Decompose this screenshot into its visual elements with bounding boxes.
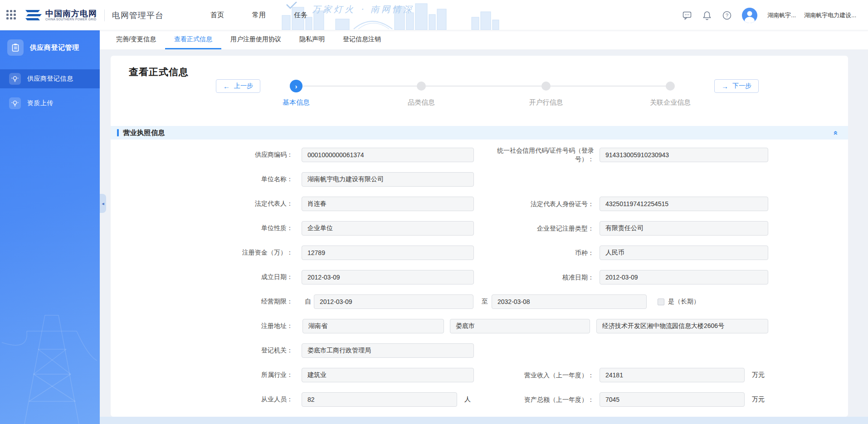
field-label: 登记机关：: [111, 347, 298, 355]
help-icon[interactable]: ?: [722, 10, 732, 20]
tab-privacy-statement[interactable]: 隐私声明: [290, 30, 334, 49]
collapse-section-icon[interactable]: «: [832, 130, 840, 135]
revenue-input[interactable]: [600, 368, 745, 382]
sidebar-item-label: 供应商登记信息: [27, 75, 73, 83]
user-name[interactable]: 湖南帆宇...: [767, 11, 796, 19]
step-label-category-info[interactable]: 品类信息: [380, 98, 462, 107]
credit-code-input[interactable]: [600, 148, 768, 162]
long-term-label: 是（长期）: [668, 298, 700, 306]
content-card: 查看正式信息 ← 上一步 › 基本信息 品类信息 开户行信息 关联企业信息 → …: [111, 56, 848, 417]
term-from-label: 自: [305, 298, 311, 306]
establishment-date-input[interactable]: [302, 270, 474, 284]
currency-input[interactable]: [600, 246, 768, 260]
field-label: 统一社会信用代码/证件号码（登录号）：: [479, 146, 600, 164]
revenue-unit: 万元: [752, 371, 765, 379]
field-label: 单位性质：: [111, 224, 298, 232]
next-step-label: 下一步: [732, 82, 751, 90]
form-row-business-term: 经营期限： 自 至 是（长期）: [111, 289, 848, 314]
chevron-right-icon: ›: [295, 82, 297, 90]
screen: 中国南方电网 CHINA SOUTHERN POWER GRID 电网管理平台 …: [0, 0, 868, 424]
section-title: 营业执照信息: [123, 129, 165, 137]
business-license-form: 供应商编码： 统一社会信用代码/证件号码（登录号）： 单位名称： 法定代表人：: [111, 143, 848, 412]
stepper-track: [296, 86, 670, 87]
header-nav: 首页 常用 任务: [210, 0, 308, 30]
step-label-bank-info[interactable]: 开户行信息: [505, 98, 587, 107]
app-grid-icon[interactable]: [6, 10, 17, 21]
employees-input[interactable]: [302, 392, 457, 407]
field-label: 所属行业：: [111, 371, 298, 379]
form-row: 单位性质： 企业登记注册类型：: [111, 216, 848, 241]
field-label: 营业收入（上一年度）：: [479, 371, 600, 380]
address-province-input[interactable]: [302, 319, 444, 333]
form-row: 从业人员： 人 资产总额（上一年度）： 万元: [111, 387, 848, 412]
message-icon[interactable]: [682, 10, 692, 20]
clipboard-icon: [7, 39, 24, 56]
employees-unit: 人: [464, 395, 471, 404]
tab-deregistration[interactable]: 登记信息注销: [334, 30, 390, 49]
main-content: 完善/变更信息 查看正式信息 用户注册使用协议 隐私声明 登记信息注销 查看正式…: [100, 30, 868, 424]
tab-view-formal-info[interactable]: 查看正式信息: [165, 30, 221, 49]
csg-logo: 中国南方电网 CHINA SOUTHERN POWER GRID: [24, 9, 97, 22]
field-label: 成立日期：: [111, 273, 298, 281]
unit-name-input[interactable]: [302, 172, 474, 187]
step-label-affiliate-info[interactable]: 关联企业信息: [629, 98, 711, 107]
registration-authority-input[interactable]: [302, 343, 474, 358]
step-label-basic-info[interactable]: 基本信息: [255, 98, 337, 107]
form-row: 登记机关：: [111, 338, 848, 363]
bottom-scroll-strip[interactable]: [100, 417, 868, 424]
field-label: 供应商编码：: [111, 151, 298, 159]
nav-item-home[interactable]: 首页: [210, 9, 225, 21]
form-row: 法定代表人： 法定代表人身份证号：: [111, 192, 848, 216]
section-business-license: 营业执照信息 «: [111, 126, 848, 140]
form-row: 注册资金（万）： 币种：: [111, 241, 848, 265]
approval-date-input[interactable]: [600, 270, 768, 284]
sidebar-item-registration-info[interactable]: 供应商登记信息: [0, 69, 100, 88]
total-assets-input[interactable]: [600, 392, 745, 407]
step-2-indicator[interactable]: [417, 82, 426, 91]
industry-input[interactable]: [302, 368, 474, 382]
legal-rep-id-input[interactable]: [600, 197, 768, 211]
previous-step-button[interactable]: ← 上一步: [216, 79, 260, 93]
address-detail-input[interactable]: [596, 319, 768, 333]
step-3-indicator[interactable]: [541, 82, 551, 91]
sidebar-item-label: 资质上传: [27, 99, 54, 107]
sidebar-item-qualification-upload[interactable]: 资质上传: [0, 94, 100, 113]
section-accent-bar: [117, 129, 119, 136]
long-term-checkbox[interactable]: [658, 299, 664, 305]
form-row-registered-address: 注册地址：: [111, 314, 848, 338]
registration-type-input[interactable]: [600, 221, 768, 236]
supplier-code-input[interactable]: [302, 148, 474, 162]
nav-item-frequent[interactable]: 常用: [251, 9, 267, 21]
tab-update-info[interactable]: 完善/变更信息: [107, 30, 165, 49]
term-from-input[interactable]: [314, 294, 473, 309]
next-step-button[interactable]: → 下一步: [714, 79, 759, 93]
address-city-input[interactable]: [450, 319, 590, 333]
step-4-indicator[interactable]: [666, 82, 675, 91]
field-label: 注册资金（万）：: [111, 249, 298, 257]
unit-nature-input[interactable]: [302, 221, 474, 236]
platform-title: 电网管理平台: [112, 10, 164, 21]
step-1-indicator[interactable]: ›: [290, 80, 302, 92]
logo-subtitle: CHINA SOUTHERN POWER GRID: [45, 18, 97, 21]
legal-representative-input[interactable]: [302, 197, 474, 211]
sidebar-group-title: 供应商登记管理: [30, 43, 79, 52]
company-name[interactable]: 湖南帆宇电力建设...: [804, 11, 856, 19]
field-label: 单位名称：: [111, 175, 298, 183]
field-label: 法定代表人身份证号：: [479, 200, 600, 208]
sidebar-collapse-handle[interactable]: ◂: [100, 194, 106, 213]
registered-capital-input[interactable]: [302, 246, 474, 260]
transmission-tower-art: [2, 288, 97, 424]
term-to-input[interactable]: [492, 294, 647, 309]
field-label: 核准日期：: [479, 273, 600, 282]
tab-user-agreement[interactable]: 用户注册使用协议: [221, 30, 290, 49]
field-label: 资产总额（上一年度）：: [479, 395, 600, 404]
page-title: 查看正式信息: [129, 66, 189, 78]
tab-bar: 完善/变更信息 查看正式信息 用户注册使用协议 隐私声明 登记信息注销: [100, 30, 868, 50]
nav-item-tasks[interactable]: 任务: [293, 9, 308, 21]
avatar[interactable]: [742, 8, 757, 23]
field-label: 币种：: [479, 249, 600, 257]
field-label: 经营期限：: [111, 298, 298, 306]
bulb-icon: [9, 73, 21, 85]
notification-bell-icon[interactable]: [702, 10, 712, 20]
sidebar-group-supplier-registration[interactable]: 供应商登记管理: [0, 30, 100, 64]
